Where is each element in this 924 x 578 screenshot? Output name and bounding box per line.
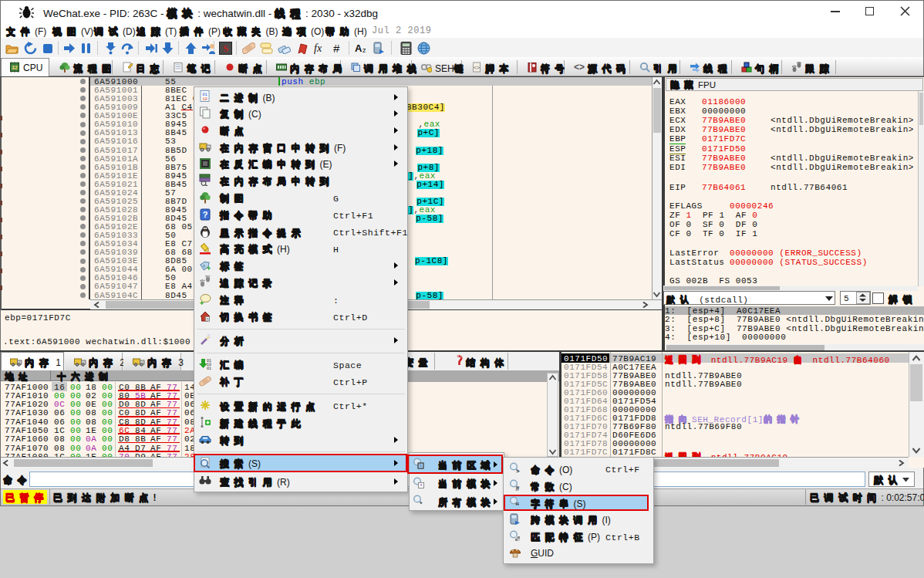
svg-text:z: z: [363, 46, 366, 54]
svg-text:n: n: [206, 316, 208, 321]
svg-text:*: *: [420, 500, 423, 507]
svg-text:“: “: [515, 501, 520, 509]
svg-text:A: A: [355, 42, 363, 54]
svg-text:<>: <>: [474, 65, 480, 70]
svg-text:+: +: [207, 265, 211, 271]
svg-text:>: >: [516, 468, 520, 475]
svg-text:fx: fx: [314, 42, 322, 54]
svg-text:01: 01: [207, 367, 211, 370]
svg-text:#: #: [333, 42, 340, 54]
svg-text:#: #: [516, 485, 520, 492]
svg-text:<>: <>: [574, 62, 585, 73]
svg-text:S: S: [223, 42, 228, 54]
svg-text:*: *: [420, 483, 423, 488]
svg-text:?: ?: [203, 210, 208, 219]
svg-text:10: 10: [202, 96, 207, 102]
svg-text:32: 32: [12, 65, 18, 70]
svg-text:+: +: [200, 299, 204, 306]
